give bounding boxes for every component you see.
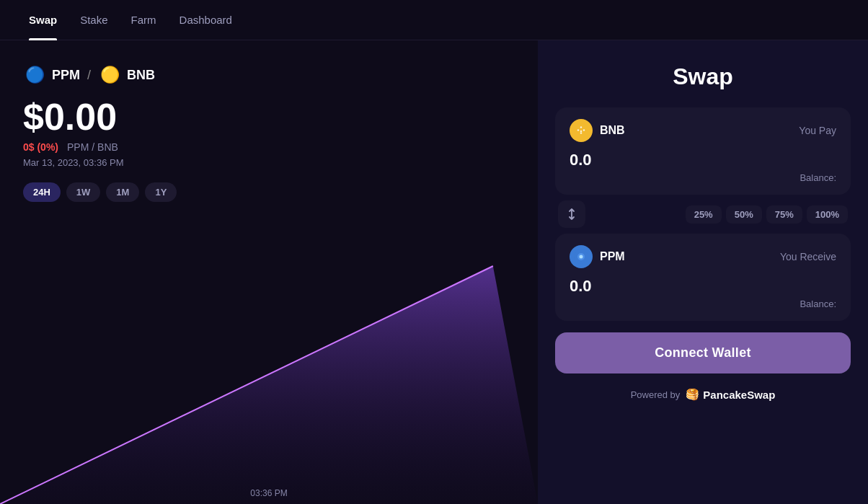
pct-50-button[interactable]: 50% [726,205,762,224]
svg-point-4 [580,255,583,259]
receive-balance-label: Balance: [800,299,836,309]
chart-x-label: 03:36 PM [250,488,287,498]
receive-box-header: PPM You Receive [570,245,836,268]
price-meta: 0$ (0%) PPM / BNB [23,141,515,153]
pay-token-name: BNB [600,124,625,137]
swap-middle-row: 25% 50% 75% 100% [555,195,851,234]
powered-by-label: Powered by [631,389,681,400]
nav-item-farm[interactable]: Farm [120,0,168,40]
navigation: Swap Stake Farm Dashboard [0,0,868,40]
bnb-pay-icon [570,119,593,142]
bnb-token-icon: 🟡 [98,63,121,87]
chart-area: 03:36 PM [0,230,538,504]
pancakeswap-logo: 🥞 PancakeSwap [686,388,775,401]
powered-by: Powered by 🥞 PancakeSwap [555,388,851,401]
time-buttons-group: 24H 1W 1M 1Y [23,182,515,202]
nav-item-swap[interactable]: Swap [17,0,68,40]
time-btn-1m[interactable]: 1M [106,182,139,202]
pct-100-button[interactable]: 100% [807,205,848,224]
receive-box: PPM You Receive 0.0 Balance: [555,234,851,321]
receive-balance-row: Balance: [570,299,836,309]
receive-token-name: PPM [600,250,625,263]
left-panel: 🔵 PPM / 🟡 BNB $0.00 0$ (0%) PPM / BNB Ma… [0,40,538,504]
pancakeswap-brand-name: PancakeSwap [703,389,775,401]
pancake-icon: 🥞 [686,388,699,401]
token1-name: PPM [52,68,80,83]
swap-panel-title: Swap [555,63,851,90]
price-change: 0$ (0%) [23,141,58,153]
pay-balance-label: Balance: [800,172,836,183]
pct-25-button[interactable]: 25% [686,205,722,224]
svg-marker-0 [0,266,538,504]
swap-arrows-icon [565,208,578,221]
pay-box-header: BNB You Pay [570,119,836,142]
pay-balance-row: Balance: [570,172,836,183]
token2-name: BNB [127,68,155,83]
pct-75-button[interactable]: 75% [766,205,802,224]
time-btn-24h[interactable]: 24H [23,182,61,202]
time-btn-1y[interactable]: 1Y [145,182,177,202]
pair-separator: / [87,68,91,83]
nav-item-dashboard[interactable]: Dashboard [168,0,244,40]
current-price: $0.00 [23,98,515,136]
swap-panel: Swap BNB You Pay 0.0 Balance: [538,40,868,504]
pay-amount[interactable]: 0.0 [570,151,836,169]
percent-buttons-group: 25% 50% 75% 100% [686,205,848,224]
connect-wallet-button[interactable]: Connect Wallet [555,332,851,373]
time-btn-1w[interactable]: 1W [66,182,101,202]
price-pair-label: PPM / BNB [67,141,118,153]
price-chart [0,230,538,504]
pay-box: BNB You Pay 0.0 Balance: [555,107,851,195]
swap-direction-button[interactable] [558,200,585,228]
timestamp: Mar 13, 2023, 03:36 PM [23,157,515,168]
receive-amount: 0.0 [570,277,836,296]
pay-label: You Pay [799,125,836,136]
pair-header: 🔵 PPM / 🟡 BNB [23,63,515,87]
main-content: 🔵 PPM / 🟡 BNB $0.00 0$ (0%) PPM / BNB Ma… [0,40,868,504]
ppm-token-icon: 🔵 [23,63,46,87]
ppm-receive-icon [570,245,593,268]
nav-item-stake[interactable]: Stake [68,0,119,40]
receive-label: You Receive [780,251,836,262]
